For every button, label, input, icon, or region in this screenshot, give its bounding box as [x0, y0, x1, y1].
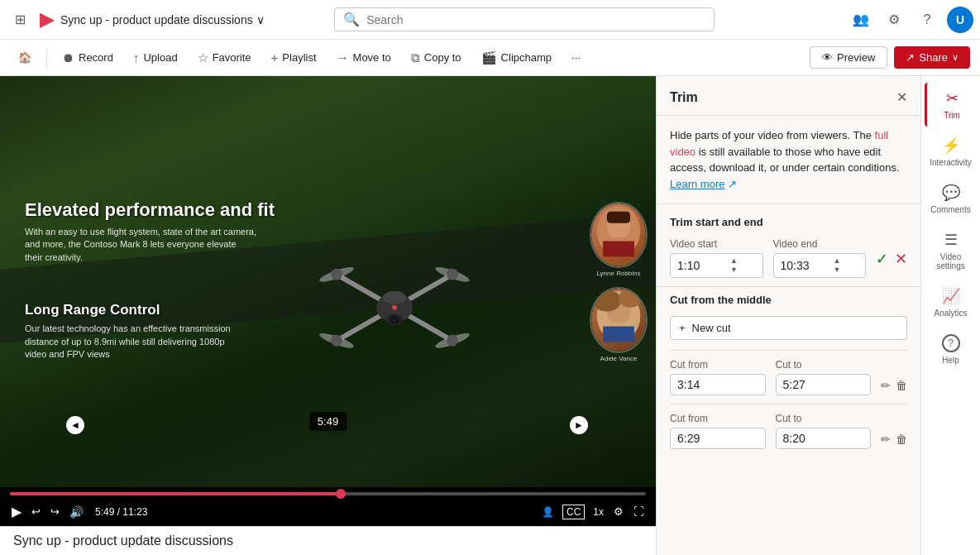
sidebar-item-help[interactable]: ? Help: [925, 328, 978, 371]
video-start-up[interactable]: ▲: [730, 257, 738, 265]
video-end-down[interactable]: ▼: [834, 266, 841, 274]
forward-button[interactable]: ↪: [49, 504, 61, 519]
sidebar-item-analytics[interactable]: 📈 Analytics: [925, 280, 978, 324]
fullscreen-button[interactable]: ⛶: [632, 504, 646, 519]
trim-confirm-actions: ✓ ✕: [876, 250, 907, 268]
video-overlay-text: Elevated performance and fit With an eas…: [25, 199, 275, 264]
favorite-button[interactable]: ☆ Favorite: [189, 46, 260, 69]
sidebar-item-trim[interactable]: ✂ Trim: [925, 83, 978, 127]
trim-marker-left[interactable]: ◄: [66, 416, 84, 434]
svg-point-9: [447, 268, 458, 280]
person1-label: Lynne Robbins: [596, 270, 640, 277]
record-label: Record: [79, 51, 113, 64]
video-start-input[interactable]: [677, 259, 727, 272]
drone-visual: [312, 241, 477, 376]
home-icon: 🏠: [18, 51, 31, 64]
cut1-from-input[interactable]: [677, 378, 727, 391]
analytics-sidebar-label: Analytics: [934, 309, 967, 318]
video-controls: ▶ ↩ ↪ 🔊 5:49 / 11:23 👤 CC 1x ⚙ ⛶: [0, 487, 656, 526]
rewind-button[interactable]: ↩: [30, 504, 42, 519]
video-end-up[interactable]: ▲: [834, 257, 841, 265]
svg-point-25: [593, 289, 621, 311]
copyto-icon: ⧉: [411, 50, 420, 65]
help-sidebar-icon: ?: [942, 334, 960, 352]
top-navigation: ⊞ ▶ Sync up - product update discussions…: [0, 0, 980, 40]
volume-button[interactable]: 🔊: [68, 504, 85, 520]
preview-button[interactable]: 👁 Preview: [810, 46, 887, 69]
sidebar-item-comments[interactable]: 💬 Comments: [925, 177, 978, 221]
more-icon: ···: [571, 51, 581, 64]
cut2-to-input[interactable]: [783, 432, 833, 445]
interactivity-sidebar-label: Interactivity: [930, 158, 972, 167]
upload-button[interactable]: ↑ Upload: [125, 46, 186, 69]
sidebar-item-interactivity[interactable]: ⚡ Interactivity: [925, 130, 978, 174]
trim-marker-right[interactable]: ►: [570, 416, 588, 434]
share-button[interactable]: ↗ Share ∨: [894, 46, 970, 69]
comments-sidebar-icon: 💬: [942, 184, 960, 202]
settings-icon[interactable]: ⚙: [881, 7, 907, 33]
cut1-edit-button[interactable]: ✏: [881, 379, 891, 392]
copyto-button[interactable]: ⧉ Copy to: [403, 46, 470, 69]
app-title[interactable]: Sync up - product update discussions ∨: [60, 13, 265, 26]
help-icon[interactable]: ?: [914, 7, 940, 33]
video-page-title: Sync up - product update discussions: [13, 533, 233, 548]
playlist-icon: +: [271, 50, 279, 65]
video-settings-sidebar-icon: ☰: [944, 231, 958, 249]
person2-avatar: [590, 287, 648, 353]
community-icon[interactable]: 👥: [848, 7, 874, 33]
sidebar-item-video-settings[interactable]: ☰ Video settings: [925, 224, 978, 277]
user-avatar[interactable]: U: [947, 7, 973, 33]
cut2-to-wrapper: [776, 428, 872, 449]
cut2-delete-button[interactable]: 🗑: [896, 433, 907, 446]
trim-info: Hide parts of your video from viewers. T…: [657, 116, 920, 204]
favorite-label: Favorite: [213, 51, 251, 64]
cut-middle-title: Cut from the middle: [670, 294, 907, 306]
progress-bar[interactable]: [10, 492, 646, 495]
search-bar[interactable]: 🔍: [334, 7, 715, 31]
preview-label: Preview: [837, 51, 875, 64]
title-chevron-icon: ∨: [256, 13, 265, 26]
trim-confirm-button[interactable]: ✓: [876, 250, 888, 268]
cut1-to-input[interactable]: [783, 378, 833, 391]
cut1-to-field: Cut to: [776, 359, 872, 395]
home-button[interactable]: 🏠: [10, 47, 40, 68]
svg-point-11: [447, 334, 458, 346]
playlist-label: Playlist: [282, 51, 316, 64]
new-cut-button[interactable]: + New cut: [670, 316, 907, 340]
video-end-input[interactable]: [781, 259, 830, 272]
trim-start-end-title: Trim start and end: [670, 216, 907, 228]
svg-point-15: [392, 317, 397, 322]
play-button[interactable]: ▶: [10, 502, 23, 521]
help-sidebar-label: Help: [942, 356, 959, 365]
captions-button[interactable]: 👤: [540, 505, 556, 519]
video-overlay-text2: Long Range Control Our latest technology…: [25, 302, 240, 361]
cut1-delete-button[interactable]: 🗑: [896, 379, 907, 392]
video-end-spinner: ▲ ▼: [834, 257, 841, 274]
speed-button[interactable]: 1x: [591, 505, 605, 519]
subtitles-button[interactable]: CC: [562, 505, 585, 519]
trim-close-button[interactable]: ✕: [896, 89, 907, 105]
video-container: Elevated performance and fit With an eas…: [0, 76, 656, 526]
moveto-label: Move to: [353, 51, 391, 64]
video-background: Elevated performance and fit With an eas…: [0, 76, 656, 487]
cut2-from-input[interactable]: [677, 432, 727, 445]
learn-more-link[interactable]: Learn more: [670, 176, 724, 193]
nav-right-actions: 👥 ⚙ ? U: [848, 7, 973, 33]
svg-point-10: [331, 334, 342, 346]
clipchamp-button[interactable]: 🎬 Clipchamp: [473, 46, 560, 69]
playlist-button[interactable]: + Playlist: [263, 46, 325, 69]
main-area: Elevated performance and fit With an eas…: [0, 76, 980, 555]
moveto-button[interactable]: → Move to: [328, 46, 399, 69]
record-button[interactable]: ⏺ Record: [54, 46, 122, 69]
search-input[interactable]: [366, 13, 705, 26]
progress-bar-thumb[interactable]: [336, 489, 346, 499]
video-content[interactable]: Elevated performance and fit With an eas…: [0, 76, 656, 487]
people-avatars: Lynne Robbins: [590, 202, 648, 362]
cut2-edit-button[interactable]: ✏: [881, 433, 891, 446]
more-button[interactable]: ···: [563, 47, 589, 68]
trim-cancel-button[interactable]: ✕: [895, 250, 907, 268]
settings-button[interactable]: ⚙: [612, 504, 625, 519]
video-start-down[interactable]: ▼: [730, 266, 738, 274]
svg-rect-28: [603, 326, 634, 342]
grid-icon[interactable]: ⊞: [7, 7, 33, 33]
